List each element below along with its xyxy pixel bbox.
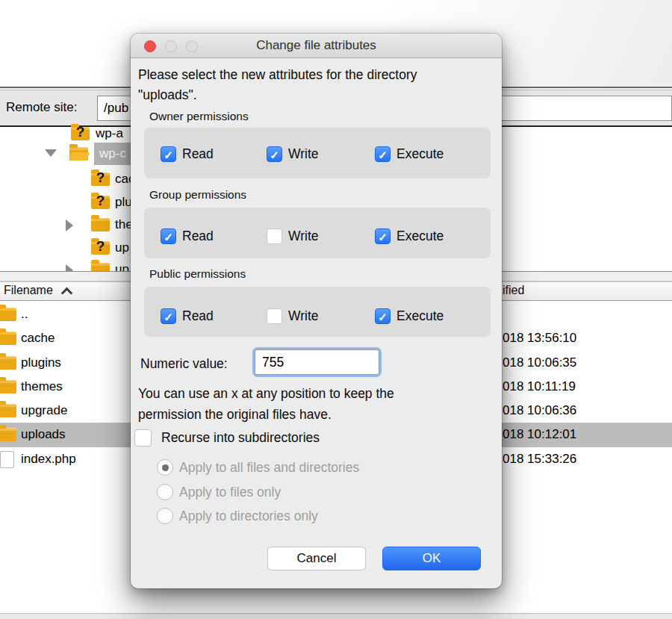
tree-selected-item[interactable]: wp-c <box>94 143 132 165</box>
file-name: uploads <box>21 423 66 447</box>
public-write-label[interactable]: Write <box>288 308 319 324</box>
intro-line-2: "uploads". <box>138 85 497 105</box>
remote-site-label: Remote site: <box>6 100 77 115</box>
cancel-button[interactable]: Cancel <box>267 547 366 570</box>
file-modified: 018 10:12:01 <box>503 423 576 447</box>
numeric-value-label: Numeric value: <box>140 356 228 372</box>
public-read-checkbox[interactable] <box>161 308 176 324</box>
file-name: themes <box>21 375 63 399</box>
folder-icon <box>91 218 110 231</box>
file-name: index.php <box>21 447 76 471</box>
public-permissions-label: Public permissions <box>149 267 246 281</box>
public-read-label[interactable]: Read <box>182 308 214 324</box>
apply-files-radio <box>157 484 173 500</box>
file-modified: 018 10:06:36 <box>503 399 576 423</box>
apply-directories-label: Apply to directories only <box>179 508 318 524</box>
file-modified: 018 15:33:26 <box>503 447 576 471</box>
file-modified: 018 13:56:10 <box>503 326 576 350</box>
numeric-value-focus-ring: 755 <box>252 347 382 377</box>
folder-question-icon <box>91 241 110 255</box>
tree-item-label: up <box>115 237 129 259</box>
dialog-titlebar: Change file attributes <box>131 34 502 58</box>
intro-line-1: Please select the new attributes for the… <box>138 65 497 85</box>
group-write-label[interactable]: Write <box>288 228 319 244</box>
tree-item-label: plu <box>115 191 132 214</box>
help-line-2: permission the original files have. <box>138 404 497 425</box>
help-text: You can use an x at any position to keep… <box>138 383 497 425</box>
file-icon <box>0 451 14 468</box>
owner-permissions-label: Owner permissions <box>149 110 249 123</box>
folder-icon <box>0 308 16 321</box>
status-bar <box>0 613 672 619</box>
public-write-checkbox[interactable] <box>267 308 282 324</box>
group-execute-label[interactable]: Execute <box>396 228 444 244</box>
file-name: plugins <box>21 351 61 375</box>
apply-all-label: Apply to all files and directories <box>179 460 359 476</box>
group-permissions-label: Group permissions <box>149 188 246 202</box>
owner-execute-checkbox[interactable] <box>375 146 391 162</box>
apply-files-label: Apply to files only <box>179 485 281 500</box>
group-execute-checkbox[interactable] <box>375 228 391 244</box>
numeric-value-input[interactable]: 755 <box>255 349 379 375</box>
dialog-title: Change file attributes <box>131 38 502 53</box>
owner-execute-label[interactable]: Execute <box>396 146 444 162</box>
folder-question-icon <box>91 172 110 186</box>
recurse-checkbox[interactable] <box>134 429 152 447</box>
chevron-collapsed-icon[interactable] <box>66 220 73 231</box>
file-name: upgrade <box>21 399 67 423</box>
group-read-label[interactable]: Read <box>182 228 214 244</box>
public-execute-label[interactable]: Execute <box>396 308 444 324</box>
file-name: cache <box>21 326 55 350</box>
tree-item-label: wp-c <box>99 143 126 165</box>
folder-icon <box>0 404 16 417</box>
sort-ascending-icon <box>61 287 73 299</box>
folder-icon <box>0 356 16 370</box>
owner-write-checkbox[interactable] <box>267 146 282 162</box>
column-header-modified[interactable]: ified <box>503 284 524 297</box>
group-read-checkbox[interactable] <box>161 228 176 244</box>
public-execute-checkbox[interactable] <box>375 308 391 324</box>
apply-directories-radio <box>157 508 173 524</box>
owner-read-checkbox[interactable] <box>161 146 176 162</box>
file-name: .. <box>21 302 28 326</box>
apply-all-radio <box>157 459 173 476</box>
file-modified: 018 10:11:19 <box>503 375 576 399</box>
owner-read-label[interactable]: Read <box>182 146 214 162</box>
recurse-label[interactable]: Recurse into subdirectories <box>161 430 320 446</box>
folder-icon <box>0 380 16 394</box>
folder-open-icon <box>69 147 88 161</box>
owner-write-label[interactable]: Write <box>288 146 319 162</box>
folder-question-icon <box>91 196 110 209</box>
ok-button[interactable]: OK <box>382 547 481 570</box>
file-modified: 018 10:06:35 <box>503 351 576 375</box>
folder-icon <box>0 332 16 345</box>
group-write-checkbox[interactable] <box>267 228 282 244</box>
folder-icon <box>0 428 16 441</box>
chevron-expanded-icon[interactable] <box>45 149 57 157</box>
change-file-attributes-dialog: Change file attributes Please select the… <box>131 34 502 588</box>
dialog-intro-text: Please select the new attributes for the… <box>138 65 497 105</box>
help-line-1: You can use an x at any position to keep… <box>138 383 497 404</box>
column-header-filename[interactable]: Filename <box>4 284 53 297</box>
